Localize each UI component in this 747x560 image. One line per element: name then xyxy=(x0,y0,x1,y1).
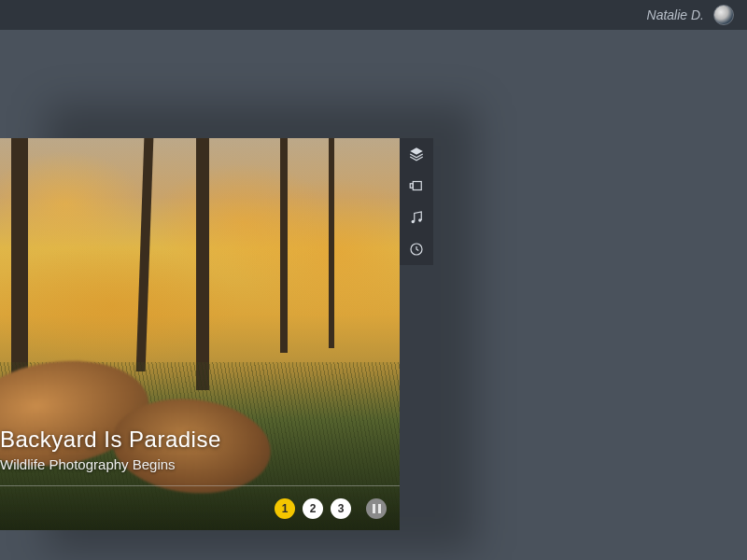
music-icon xyxy=(408,209,425,226)
page-dot-2[interactable]: 2 xyxy=(303,498,323,519)
main-area: Backyard Is Paradise Wildlife Photograph… xyxy=(0,30,747,560)
svg-rect-1 xyxy=(410,184,413,189)
svg-point-2 xyxy=(412,220,415,223)
slide-subtitle: Wildlife Photography Begins xyxy=(0,456,221,472)
page-dot-3[interactable]: 3 xyxy=(331,498,351,519)
page-dot-1[interactable]: 1 xyxy=(275,498,295,519)
music-button[interactable] xyxy=(400,202,433,233)
clock-icon xyxy=(408,241,425,258)
slide-title: Backyard Is Paradise xyxy=(0,427,221,453)
layers-button[interactable] xyxy=(400,138,433,170)
svg-point-3 xyxy=(418,218,421,221)
clock-button[interactable] xyxy=(400,233,433,265)
slide-card: Backyard Is Paradise Wildlife Photograph… xyxy=(0,138,400,530)
username: Natalie D. xyxy=(647,7,704,22)
slide-text: Backyard Is Paradise Wildlife Photograph… xyxy=(0,427,221,472)
pause-button[interactable] xyxy=(366,498,387,519)
pause-icon xyxy=(373,504,381,513)
frame-button[interactable] xyxy=(400,170,433,202)
slide-footer: 1 2 3 xyxy=(0,485,400,530)
avatar[interactable] xyxy=(713,5,734,25)
frame-icon xyxy=(408,177,425,194)
side-toolbar xyxy=(400,138,433,265)
svg-rect-0 xyxy=(413,182,421,190)
layers-icon xyxy=(408,146,425,162)
top-bar: Natalie D. xyxy=(0,0,747,30)
